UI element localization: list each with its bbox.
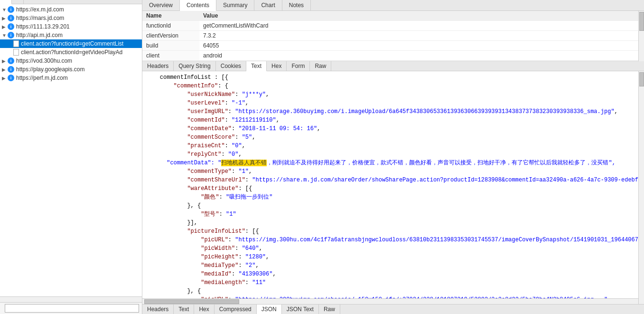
right-panel: OverviewContentsSummaryChartNotes NameVa… [142, 0, 644, 314]
main-tab-overview[interactable]: Overview [142, 0, 180, 10]
json-line: "mediaType": "2", [146, 261, 635, 270]
expander-icon: ▼ [2, 7, 8, 12]
tree-item-label: http://api.m.jd.com [16, 32, 63, 38]
main-tab-contents[interactable]: Contents [180, 0, 216, 11]
site-icon: i [8, 15, 14, 21]
main-tab-summary[interactable]: Summary [216, 0, 254, 10]
expander-icon: ▶ [2, 58, 8, 64]
json-line: "mediaId": "41390306", [146, 270, 635, 278]
json-line: }], [146, 219, 635, 227]
json-line: }, { [146, 287, 635, 295]
props-scrollbar[interactable] [638, 11, 644, 61]
bottom-tab-headers[interactable]: Headers [142, 304, 174, 314]
main-tab-chart[interactable]: Chart [254, 0, 282, 10]
sub-tab-raw[interactable]: Raw [310, 61, 331, 71]
sub-tab-query-string[interactable]: Query String [174, 61, 215, 71]
tree-item[interactable]: ▼ihttps://ex.m.jd.com [0, 5, 142, 14]
json-line: "picHeight": "1280", [146, 253, 635, 261]
main-tab-bar: OverviewContentsSummaryChartNotes [142, 0, 644, 11]
tree-item-label: https://play.googleapis.com [16, 66, 85, 73]
bottom-tab-compressed[interactable]: Compressed [215, 304, 257, 314]
prop-key: Name [142, 11, 199, 21]
props-table: NameValuefunctionIdgetCommentListWithCar… [142, 11, 644, 61]
vertical-scroll[interactable] [638, 71, 644, 304]
tree-item-label: client.action?functionId=getVideoPlayAd [21, 49, 122, 56]
sub-tab-bar: HeadersQuery StringCookiesTextHexFormRaw [142, 61, 644, 71]
horizontal-scroll[interactable] [142, 298, 638, 304]
tree-item[interactable]: ▶ihttps://perf.m.jd.com [0, 74, 142, 82]
sub-tab-hex[interactable]: Hex [267, 61, 287, 71]
prop-val: 7.3.2 [199, 31, 644, 41]
prop-key: clientVersion [142, 31, 199, 41]
tab-sequence[interactable] [12, 0, 24, 4]
json-line: }, { [146, 201, 635, 210]
left-tab-bar [0, 0, 142, 4]
json-line: "commentInfo": { [146, 82, 635, 90]
prop-val: android [199, 51, 644, 61]
tree-item[interactable]: client.action?functionId=getVideoPlayAd [0, 48, 142, 57]
site-icon: i [8, 32, 14, 38]
bottom-tab-json[interactable]: JSON [257, 304, 282, 314]
tree-item-label: https://perf.m.jd.com [16, 75, 68, 81]
json-line: "commentData": "扫地机器人真不错，刚到就迫不及待得好用起来了，价… [146, 159, 635, 167]
json-line: "praiseCnt": "0", [146, 142, 635, 150]
highlighted-text: 扫地机器人真不错 [221, 160, 267, 166]
bottom-tab-json-text[interactable]: JSON Text [282, 304, 319, 314]
tree-item-label: client.action?functionId=getCommentList [21, 40, 123, 47]
main-content-area: commentInfoList : [{ "commentInfo": { "u… [142, 71, 644, 304]
site-icon: i [8, 6, 14, 13]
json-line: "型号": "1" [146, 210, 635, 219]
tree-item[interactable]: ▶ihttps://play.googleapis.com [0, 65, 142, 74]
sub-tab-headers[interactable]: Headers [142, 61, 174, 71]
tree-item[interactable]: client.action?functionId=getCommentList [0, 39, 142, 48]
json-line: "颜色": "吸扫拖一步到位" [146, 193, 635, 201]
json-line: "commentScore": "5", [146, 133, 635, 142]
bottom-tab-hex[interactable]: Hex [194, 304, 214, 314]
expander-icon: ▶ [2, 67, 8, 72]
json-line: "picURL": "https://img.300hu.com/4c1f7a6… [146, 236, 635, 244]
tree-item-label: https://ex.m.jd.com [16, 6, 64, 13]
json-area[interactable]: commentInfoList : [{ "commentInfo": { "u… [142, 71, 638, 298]
tree-item[interactable]: ▶ihttps://vod.300hu.com [0, 57, 142, 65]
sub-tab-form[interactable]: Form [287, 61, 310, 71]
json-line: "picWidth": "640", [146, 244, 635, 253]
tree-item[interactable]: ▶ihttps://mars.jd.com [0, 14, 142, 22]
json-line: "userNickName": "j***y", [146, 90, 635, 99]
doc-icon [13, 49, 19, 56]
filter-input[interactable] [5, 304, 139, 313]
tree-item[interactable]: ▼ihttp://api.m.jd.com [0, 31, 142, 39]
json-line: "mediaLength": "11" [146, 278, 635, 287]
json-wrapper: commentInfoList : [{ "commentInfo": { "u… [142, 71, 638, 304]
json-line: "commentId": "12112119110", [146, 116, 635, 124]
left-hscroll[interactable] [0, 296, 142, 302]
prop-key: functionId [142, 21, 199, 31]
doc-icon [13, 40, 19, 47]
hscroll-thumb[interactable] [144, 299, 239, 304]
json-line: "replyCnt": "0", [146, 150, 635, 159]
bottom-tab-text[interactable]: Text [174, 304, 194, 314]
json-line: "userImgURL": "https://storage.360buyimg… [146, 107, 635, 116]
bottom-tab-bar: HeadersTextHexCompressedJSONJSON TextRaw [142, 304, 644, 314]
tree-area: ▼ihttps://ex.m.jd.com▶ihttps://mars.jd.c… [0, 4, 142, 296]
json-text: "commentData": " [146, 160, 221, 166]
bottom-tab-raw[interactable]: Raw [319, 304, 340, 314]
json-line: "commentDate": "2018-11-11 09: 54: 16", [146, 124, 635, 133]
tree-item[interactable]: ▶ihttps://111.13.29.201 [0, 22, 142, 31]
json-line: "userLevel": "-1", [146, 99, 635, 107]
prop-val: Value [199, 11, 644, 21]
tree-item-label: https://mars.jd.com [16, 15, 64, 21]
sub-tab-text[interactable]: Text [246, 61, 267, 71]
expander-icon: ▶ [2, 24, 8, 29]
tab-structure[interactable] [0, 0, 12, 4]
sub-tab-cookies[interactable]: Cookies [216, 61, 246, 71]
prop-key: client [142, 51, 199, 61]
site-icon: i [8, 75, 14, 81]
main-tab-notes[interactable]: Notes [282, 0, 311, 10]
tree-item-label: https://vod.300hu.com [16, 57, 72, 64]
json-line: "commentType": "1", [146, 167, 635, 176]
prop-key: build [142, 41, 199, 51]
vs-thumb[interactable] [639, 72, 644, 86]
props-area: NameValuefunctionIdgetCommentListWithCar… [142, 11, 644, 61]
json-line: "wareAttribute": [{ [146, 184, 635, 193]
prop-val: 64055 [199, 41, 644, 51]
